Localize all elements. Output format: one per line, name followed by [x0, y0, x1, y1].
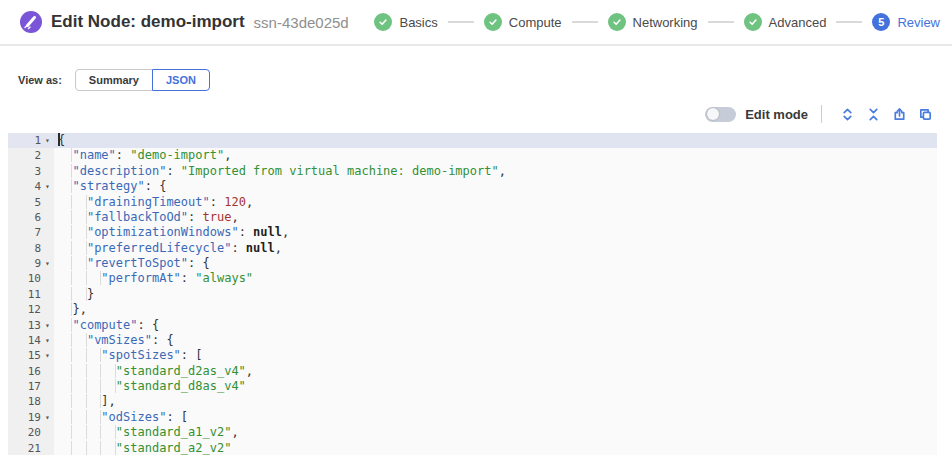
line-number: 20 [8, 425, 41, 440]
fold-arrow-icon[interactable]: ▾ [41, 179, 54, 194]
gutter: 5 [8, 195, 54, 210]
code-text: "strategy": { [54, 179, 937, 194]
line-number: 19 [8, 410, 41, 425]
code-text: "preferredLifecycle": null, [54, 241, 937, 256]
code-line[interactable]: 14▾ "vmSizes": { [8, 333, 937, 348]
view-as-json-button[interactable]: JSON [152, 69, 210, 91]
line-number: 21 [8, 441, 41, 456]
code-line[interactable]: 4▾ "strategy": { [8, 179, 937, 194]
fold-arrow-icon[interactable]: ▾ [41, 348, 54, 363]
code-text: "standard_d8as_v4" [54, 379, 937, 394]
line-number: 1 [8, 133, 41, 148]
editor-toolbar: Edit mode [705, 103, 939, 125]
page-header: Edit Node: demo-import ssn-43de025d Basi… [0, 0, 952, 46]
code-line[interactable]: 2 "name": "demo-import", [8, 148, 937, 163]
line-number: 18 [8, 394, 41, 409]
code-line[interactable]: 7 "optimizationWindows": null, [8, 225, 937, 240]
text-cursor [58, 133, 60, 146]
step-label: Compute [509, 15, 562, 30]
gutter: 12 [8, 302, 54, 317]
expand-all-icon[interactable] [840, 106, 856, 122]
code-line[interactable]: 10 "performAt": "always" [8, 271, 937, 286]
code-line[interactable]: 6 "fallbackToOd": true, [8, 210, 937, 225]
code-text: "standard_a1_v2", [54, 425, 937, 440]
gutter: 20 [8, 425, 54, 440]
gutter: 8 [8, 241, 54, 256]
step-label: Advanced [769, 15, 827, 30]
code-text: "optimizationWindows": null, [54, 225, 937, 240]
edit-mode-label: Edit mode [745, 107, 808, 122]
line-number: 9 [8, 256, 41, 271]
code-line[interactable]: 13▾ "compute": { [8, 318, 937, 333]
code-line[interactable]: 18 ], [8, 394, 937, 409]
code-line[interactable]: 3 "description": "Imported from virtual … [8, 164, 937, 179]
collapse-all-icon[interactable] [866, 106, 882, 122]
code-line[interactable]: 5 "drainingTimeout": 120, [8, 195, 937, 210]
code-text: "performAt": "always" [54, 271, 937, 286]
line-number: 8 [8, 241, 41, 256]
step-networking[interactable]: Networking [608, 13, 698, 31]
step-connector [448, 21, 474, 23]
fold-arrow-icon[interactable]: ▾ [41, 133, 54, 148]
code-line[interactable]: 15▾ "spotSizes": [ [8, 348, 937, 363]
gutter: 19▾ [8, 410, 54, 425]
code-line[interactable]: 8 "preferredLifecycle": null, [8, 241, 937, 256]
step-check-icon [374, 13, 392, 31]
fold-arrow-icon[interactable]: ▾ [41, 256, 54, 271]
step-check-icon [484, 13, 502, 31]
code-line[interactable]: 17 "standard_d8as_v4" [8, 379, 937, 394]
fold-arrow-icon[interactable]: ▾ [41, 410, 54, 425]
step-review[interactable]: 5Review [872, 13, 940, 31]
code-text: } [54, 287, 937, 302]
step-compute[interactable]: Compute [484, 13, 562, 31]
line-number: 11 [8, 287, 41, 302]
code-line[interactable]: 1▾{ [8, 133, 937, 148]
line-number: 14 [8, 333, 41, 348]
code-text: "fallbackToOd": true, [54, 210, 937, 225]
step-basics[interactable]: Basics [374, 13, 437, 31]
code-text: "drainingTimeout": 120, [54, 195, 937, 210]
code-text: { [54, 133, 937, 148]
toggle-knob [707, 108, 719, 120]
fold-arrow-icon[interactable]: ▾ [41, 333, 54, 348]
code-text: "standard_d2as_v4", [54, 364, 937, 379]
toolbar-divider [821, 105, 822, 123]
line-number: 6 [8, 210, 41, 225]
line-number: 5 [8, 195, 41, 210]
code-line[interactable]: 11 } [8, 287, 937, 302]
code-line[interactable]: 12 }, [8, 302, 937, 317]
step-label: Networking [633, 15, 698, 30]
gutter: 10 [8, 271, 54, 286]
step-check-icon [744, 13, 762, 31]
code-line[interactable]: 20 "standard_a1_v2", [8, 425, 937, 440]
code-text: }, [54, 302, 937, 317]
gutter: 6 [8, 210, 54, 225]
code-text: "compute": { [54, 318, 937, 333]
json-code-editor[interactable]: 1▾{2 "name": "demo-import",3 "descriptio… [8, 133, 937, 455]
view-as-switch: SummaryJSON [75, 69, 210, 91]
view-as-summary-button[interactable]: Summary [75, 69, 153, 91]
code-text: ], [54, 394, 937, 409]
gutter: 15▾ [8, 348, 54, 363]
line-number: 12 [8, 302, 41, 317]
code-text: "description": "Imported from virtual ma… [54, 164, 937, 179]
gutter: 21 [8, 441, 54, 456]
step-label: Basics [399, 15, 437, 30]
code-line[interactable]: 9▾ "revertToSpot": { [8, 256, 937, 271]
step-connector [708, 21, 734, 23]
code-line[interactable]: 19▾ "odSizes": [ [8, 410, 937, 425]
code-line[interactable]: 16 "standard_d2as_v4", [8, 364, 937, 379]
line-number: 3 [8, 164, 41, 179]
line-number: 4 [8, 179, 41, 194]
step-advanced[interactable]: Advanced [744, 13, 827, 31]
line-number: 7 [8, 225, 41, 240]
step-connector [836, 21, 862, 23]
fold-arrow-icon[interactable]: ▾ [41, 318, 54, 333]
code-line[interactable]: 21 "standard_a2_v2" [8, 441, 937, 456]
view-as-row: View as: SummaryJSON [18, 69, 210, 91]
edit-mode-toggle[interactable] [705, 107, 736, 122]
export-icon[interactable] [892, 106, 908, 122]
line-number: 17 [8, 379, 41, 394]
copy-icon[interactable] [918, 106, 934, 122]
node-id: ssn-43de025d [254, 14, 349, 31]
